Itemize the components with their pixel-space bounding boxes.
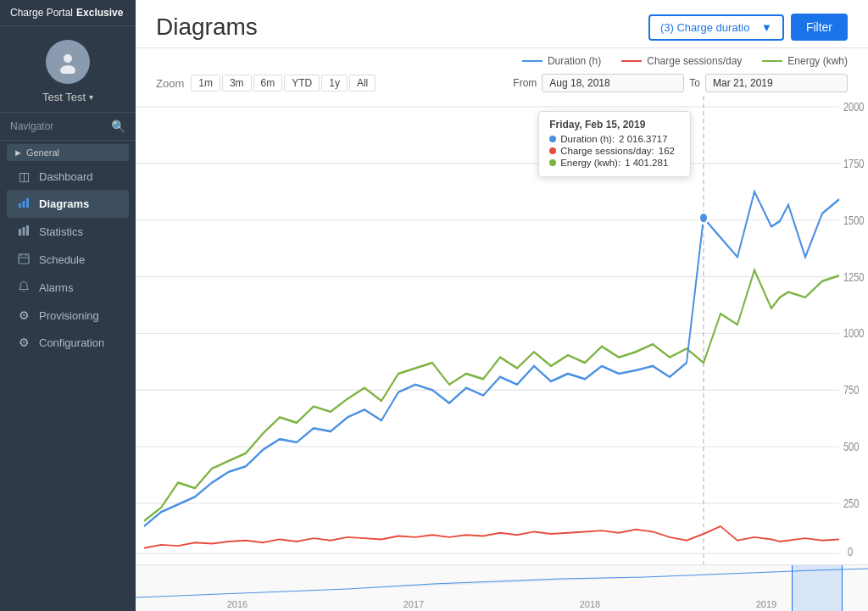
svg-rect-7 — [26, 225, 29, 236]
alarms-icon — [17, 281, 31, 295]
mini-chart-labels: 2016 2017 2018 2019 — [136, 599, 868, 609]
provisioning-icon: ⚙ — [17, 308, 31, 322]
to-date-input[interactable] — [705, 74, 848, 92]
configuration-icon: ⚙ — [17, 336, 31, 349]
user-profile-section: Test Test ▾ — [0, 26, 136, 113]
diagrams-icon — [17, 197, 31, 211]
svg-text:0: 0 — [848, 545, 853, 558]
mini-label-2016: 2016 — [227, 599, 248, 609]
svg-rect-8 — [19, 254, 29, 264]
to-label: To — [689, 77, 700, 89]
zoom-label: Zoom — [156, 77, 184, 90]
page-title: Diagrams — [156, 14, 258, 41]
legend-line-sessions — [621, 60, 642, 62]
svg-point-0 — [64, 54, 72, 63]
sidebar-item-schedule[interactable]: Schedule — [7, 246, 129, 274]
sidebar-item-statistics[interactable]: Statistics — [7, 218, 129, 246]
zoom-all-button[interactable]: All — [349, 75, 376, 92]
svg-text:1000: 1000 — [843, 327, 864, 341]
sidebar: Charge Portal Exclusive Test Test ▾ Navi… — [0, 0, 136, 611]
schedule-icon — [17, 253, 31, 267]
svg-text:750: 750 — [843, 384, 859, 397]
svg-text:1500: 1500 — [843, 214, 864, 227]
zoom-ytd-button[interactable]: YTD — [284, 75, 320, 92]
svg-rect-4 — [26, 198, 29, 208]
date-range: From To — [513, 74, 848, 92]
svg-rect-2 — [19, 203, 21, 208]
mini-label-2017: 2017 — [403, 599, 424, 609]
svg-text:1250: 1250 — [843, 270, 864, 284]
sidebar-group-label: ► General — [7, 144, 129, 161]
svg-point-1 — [60, 65, 75, 74]
svg-text:250: 250 — [843, 497, 859, 511]
header-controls: (3) Charge duratio ▼ Filter — [648, 14, 848, 41]
user-name-display[interactable]: Test Test ▾ — [42, 91, 93, 103]
sidebar-item-provisioning[interactable]: ⚙ Provisioning — [7, 302, 129, 329]
from-label: From — [513, 77, 537, 89]
zoom-6m-button[interactable]: 6m — [253, 75, 283, 92]
svg-point-32 — [699, 213, 708, 224]
svg-rect-5 — [19, 229, 21, 236]
search-icon[interactable]: 🔍 — [111, 119, 125, 133]
brand-text-normal: Charge Portal — [10, 7, 73, 19]
from-date-input[interactable] — [542, 74, 684, 92]
main-content: Diagrams (3) Charge duratio ▼ Filter Dur… — [136, 0, 868, 611]
legend-item-energy: Energy (kwh) — [762, 55, 848, 67]
legend-label-energy: Energy (kwh) — [787, 55, 848, 67]
filter-dropdown-label: (3) Charge duratio — [660, 21, 750, 34]
filter-dropdown-button[interactable]: (3) Charge duratio ▼ — [648, 14, 784, 41]
navigator-search-row: Navigator 🔍 — [0, 113, 136, 141]
legend-label-duration: Duration (h) — [548, 55, 601, 67]
legend-item-duration: Duration (h) — [522, 55, 601, 67]
chevron-right-icon: ► — [14, 147, 23, 158]
legend-line-energy — [762, 60, 782, 62]
navigator-label: Navigator — [10, 120, 53, 132]
chevron-down-icon: ▼ — [761, 21, 772, 34]
svg-text:2000: 2000 — [843, 101, 864, 114]
zoom-1m-button[interactable]: 1m — [191, 75, 220, 92]
zoom-3m-button[interactable]: 3m — [222, 75, 252, 92]
legend-label-sessions: Charge sessions/day — [647, 55, 742, 67]
svg-text:500: 500 — [843, 441, 859, 454]
svg-text:1750: 1750 — [843, 158, 864, 171]
dashboard-icon: ◫ — [17, 169, 31, 183]
main-header: Diagrams (3) Charge duratio ▼ Filter — [136, 0, 868, 48]
legend-item-sessions: Charge sessions/day — [621, 55, 742, 67]
svg-rect-6 — [23, 227, 25, 236]
chart-legend: Duration (h) Charge sessions/day Energy … — [136, 48, 868, 70]
zoom-1y-button[interactable]: 1y — [321, 75, 348, 92]
statistics-icon — [17, 225, 31, 239]
zoom-date-row: Zoom 1m 3m 6m YTD 1y All From To — [136, 70, 868, 96]
mini-label-2018: 2018 — [580, 599, 600, 609]
sidebar-brand: Charge Portal Exclusive — [0, 0, 136, 26]
sidebar-item-configuration[interactable]: ⚙ Configuration — [7, 329, 129, 356]
avatar — [46, 40, 90, 84]
zoom-controls: Zoom 1m 3m 6m YTD 1y All — [156, 75, 376, 92]
chart-area[interactable]: 2000 1750 1500 1250 1000 750 500 250 0 2… — [136, 96, 868, 564]
sidebar-item-diagrams[interactable]: Diagrams — [7, 190, 129, 218]
legend-line-duration — [522, 60, 542, 62]
brand-text-bold: Exclusive — [76, 7, 123, 19]
mini-chart[interactable]: 2016 2017 2018 2019 — [136, 564, 868, 611]
user-dropdown-caret: ▾ — [89, 92, 93, 102]
sidebar-item-dashboard[interactable]: ◫ Dashboard — [7, 163, 129, 190]
filter-button[interactable]: Filter — [791, 14, 848, 41]
sidebar-group-general: ► General ◫ Dashboard Diagrams — [0, 141, 136, 359]
mini-label-2019: 2019 — [756, 599, 776, 609]
svg-rect-3 — [23, 201, 25, 208]
sidebar-item-alarms[interactable]: Alarms — [7, 274, 129, 302]
